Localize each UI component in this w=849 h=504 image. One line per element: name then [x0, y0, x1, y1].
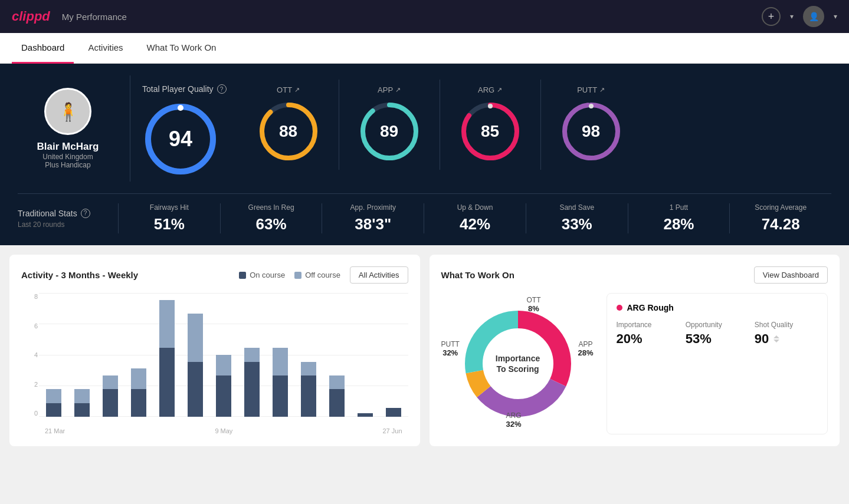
trad-stat-label-fairways: Fairways Hit: [150, 203, 189, 212]
bar-off-10: [329, 375, 345, 389]
player-info: 🧍 Blair McHarg United Kingdom Plus Handi…: [18, 88, 118, 169]
arrow-icon-arg: ↗: [497, 86, 502, 94]
gauge-app: APP ↗ 89: [339, 80, 440, 170]
legend-on-course: On course: [239, 271, 285, 279]
bar-stack-3: [131, 293, 146, 417]
detail-title-text: ARG Rough: [627, 303, 674, 312]
legend-on-label: On course: [250, 271, 285, 279]
avatar-chevron[interactable]: ▾: [834, 12, 837, 21]
bar-group-8: [268, 293, 293, 417]
detail-dot: [617, 305, 622, 311]
tab-what-to-work-on[interactable]: What To Work On: [137, 33, 226, 64]
bar-off-0: [46, 389, 61, 403]
bar-off-5: [188, 314, 203, 362]
opportunity-label: Opportunity: [686, 321, 749, 329]
add-button[interactable]: +: [762, 7, 781, 26]
trad-stat-value-updown: 42%: [460, 215, 490, 233]
x-label-jun: 27 Jun: [382, 427, 402, 434]
arrow-icon-app: ↗: [395, 86, 401, 94]
work-title: What To Work On: [441, 270, 514, 280]
arrow-icon-putt: ↗: [599, 86, 605, 94]
bar-on-6: [216, 375, 231, 417]
trad-stats-title: Traditional Stats ?: [18, 209, 118, 218]
quality-help-icon[interactable]: ?: [217, 84, 227, 94]
traditional-stats: Traditional Stats ? Last 20 rounds Fairw…: [18, 193, 831, 233]
bar-on-12: [386, 408, 401, 417]
gauge-arg-value: 85: [481, 122, 499, 141]
bar-on-9: [301, 375, 316, 417]
bar-off-2: [103, 375, 118, 389]
nav-tabs: Dashboard Activities What To Work On: [0, 33, 849, 64]
gauge-putt-value: 98: [582, 122, 600, 141]
trad-stats-label: Traditional Stats ? Last 20 rounds: [18, 209, 118, 229]
arrow-icon: ↗: [294, 86, 300, 94]
bar-on-7: [244, 362, 260, 417]
x-label-mar: 21 Mar: [45, 427, 65, 434]
bar-chart: 8 6 4 2 0 21 Mar 9 May 27 Jun: [21, 293, 408, 434]
player-avatar: 🧍: [44, 88, 91, 135]
bar-off-8: [273, 348, 288, 375]
legend-off-course: Off course: [294, 271, 340, 279]
trad-stat-label-sandsave: Sand Save: [559, 203, 594, 212]
trad-stat-value-sandsave: 33%: [562, 215, 592, 233]
all-activities-button[interactable]: All Activities: [350, 266, 408, 284]
work-detail-card: ARG Rough Importance 20% Opportunity 53%…: [607, 293, 828, 434]
y-label-0: 0: [34, 410, 38, 417]
bar-on-11: [358, 413, 373, 417]
trad-help-icon[interactable]: ?: [81, 209, 90, 218]
detail-stat-importance: Importance 20%: [617, 321, 680, 347]
legend-off-dot: [294, 272, 301, 279]
gauge-ott-circle: 88: [256, 99, 321, 164]
trad-stat-value-oneputt: 28%: [663, 215, 694, 233]
donut-chart-wrap: ImportanceTo Scoring OTT 8% APP 28% ARG …: [441, 293, 595, 434]
tab-activities[interactable]: Activities: [78, 33, 132, 64]
detail-stat-opportunity: Opportunity 53%: [686, 321, 749, 347]
bar-stack-5: [188, 293, 203, 417]
bar-stack-10: [329, 293, 345, 417]
trad-stat-sandsave: Sand Save 33%: [526, 203, 628, 233]
add-chevron[interactable]: ▾: [790, 12, 794, 21]
detail-stats: Importance 20% Opportunity 53% Shot Qual…: [617, 321, 818, 347]
tab-dashboard[interactable]: Dashboard: [12, 33, 74, 64]
top-right: + ▾ 👤 ▾: [762, 6, 837, 27]
bar-on-1: [74, 403, 90, 417]
importance-value: 20%: [617, 331, 680, 347]
trad-stat-proximity: App. Proximity 38'3": [322, 203, 424, 233]
bar-stack-9: [301, 293, 316, 417]
importance-label: Importance: [617, 321, 680, 329]
vertical-divider: [130, 75, 130, 182]
bar-stack-6: [216, 293, 231, 417]
quality-title: Total Player Quality ?: [142, 84, 227, 94]
svg-point-12: [589, 104, 594, 108]
bar-off-7: [244, 348, 260, 361]
svg-point-2: [178, 105, 183, 111]
bar-off-6: [216, 355, 231, 375]
segment-label-app: APP 28%: [578, 340, 593, 357]
app-logo: clippd: [12, 9, 50, 24]
chart-legend: On course Off course: [239, 271, 340, 279]
bar-on-8: [273, 375, 288, 417]
chart-header: Activity - 3 Months - Weekly On course O…: [21, 266, 408, 284]
trad-stat-fairways: Fairways Hit 51%: [118, 203, 220, 233]
bar-stack-1: [74, 293, 90, 417]
opportunity-value: 53%: [686, 331, 749, 347]
shot-quality-arrows: [773, 335, 779, 342]
trad-stat-value-fairways: 51%: [154, 215, 185, 233]
view-dashboard-button[interactable]: View Dashboard: [754, 266, 828, 284]
bar-stack-2: [103, 293, 118, 417]
trad-stat-updown: Up & Down 42%: [424, 203, 526, 233]
legend-on-dot: [239, 272, 246, 279]
gauge-container: OTT ↗ 88 APP ↗: [238, 80, 641, 170]
bars-area: [39, 293, 408, 417]
page-title: My Performance: [62, 12, 127, 22]
bar-off-1: [74, 389, 90, 403]
trad-stat-label-oneputt: 1 Putt: [670, 203, 688, 212]
gauge-arg-circle: 85: [458, 99, 523, 164]
trad-stat-label-proximity: App. Proximity: [350, 203, 396, 212]
legend-off-label: Off course: [305, 271, 340, 279]
bar-group-10: [324, 293, 349, 417]
y-axis: 8 6 4 2 0: [21, 293, 38, 417]
user-avatar-button[interactable]: 👤: [803, 6, 824, 27]
bar-on-4: [159, 348, 175, 417]
bar-off-3: [131, 368, 146, 389]
